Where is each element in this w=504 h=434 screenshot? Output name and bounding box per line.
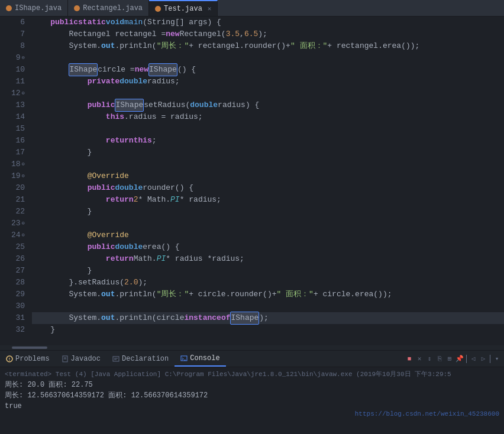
code-line-31: } (32, 324, 504, 336)
ln-19: 19⊖ (0, 170, 25, 182)
ln-23: 23⊖ (0, 218, 25, 229)
ln-18: 18⊖ (0, 158, 25, 170)
code-area[interactable]: public static void main(String[] args) {… (30, 17, 504, 345)
ln-11: 11 (0, 76, 25, 88)
console-content: <terminated> Test (4) [Java Application]… (0, 367, 504, 434)
svg-text:!: ! (8, 357, 11, 362)
ln-7: 7 (0, 28, 25, 40)
code-line-23: @Override (32, 229, 504, 241)
code-line-8 (32, 52, 504, 64)
code-line-27: }.setRadius(2.0); (32, 277, 504, 289)
ln-6: 6 (0, 17, 25, 28)
code-line-17 (32, 158, 504, 170)
panel-tab-javadoc-label: Javadoc (71, 355, 101, 363)
ln-10: 10 (0, 64, 25, 76)
console-output-line-1: 周长: 20.0 面积: 22.75 (5, 380, 499, 390)
ln-27: 27 (0, 265, 25, 277)
java-icon-3 (155, 6, 161, 12)
clear-button[interactable]: ✕ (415, 354, 424, 364)
code-line-14 (32, 123, 504, 135)
panel-tab-console[interactable]: Console (175, 351, 225, 367)
code-line-15: return this; (32, 135, 504, 147)
arrow-left-button[interactable]: ◁ (469, 354, 478, 364)
code-line-19: public double rounder() { (32, 182, 504, 194)
fold-12[interactable]: ⊖ (22, 88, 25, 99)
console-output-line-2: 周长: 12.566370614359172 面积: 12.5663706143… (5, 390, 499, 401)
terminate-button[interactable]: ■ (405, 354, 414, 364)
bottom-panel: ! Problems Javadoc Declaration (0, 350, 504, 434)
tab-label-ishape: IShape.java (15, 4, 62, 12)
code-line-25: return Math.PI * radius *radius; (32, 253, 504, 265)
ln-29: 29 (0, 289, 25, 300)
code-line-30: System.out.println(circle instanceof ISh… (32, 312, 504, 324)
panel-toolbar: ■ ✕ ⇕ ⎘ ⊞ 📌 ◁ ▷ ▾ (405, 354, 504, 364)
ln-14: 14 (0, 111, 25, 123)
ln-12: 12⊖ (0, 88, 25, 99)
fold-9[interactable]: ⊖ (22, 52, 25, 64)
code-line-32 (32, 336, 504, 345)
tab-rectangel[interactable]: Rectangel.java (68, 0, 149, 16)
fold-19[interactable]: ⊖ (22, 170, 25, 182)
tab-test[interactable]: Test.java ✕ (149, 0, 218, 16)
ln-15: 15 (0, 123, 25, 135)
fold-23[interactable]: ⊖ (22, 218, 25, 229)
scroll-lock-button[interactable]: ⇕ (425, 354, 434, 364)
code-line-9: IShape circle = new IShape() { (32, 64, 504, 76)
ln-32: 32 (0, 324, 25, 336)
watermark: https://blog.csdn.net/weixin_45238600 (355, 410, 499, 417)
code-line-18: @Override (32, 170, 504, 182)
ln-30: 30 (0, 300, 25, 312)
panel-tab-declaration[interactable]: Declaration (106, 351, 175, 367)
console-header: <terminated> Test (4) [Java Application]… (5, 370, 499, 378)
toolbar-separator-2 (490, 355, 490, 363)
code-line-28: System.out.println("周长：" + circle.rounde… (32, 289, 504, 300)
code-line-10: private double radius; (32, 76, 504, 88)
ln-24: 24⊖ (0, 229, 25, 241)
ln-9: 9⊖ (0, 52, 25, 64)
code-line-26: } (32, 265, 504, 277)
arrow-right-button[interactable]: ▷ (479, 354, 488, 364)
more-button[interactable]: ▾ (492, 354, 502, 364)
tab-ishape[interactable]: IShape.java (0, 0, 68, 16)
ln-8: 8 (0, 40, 25, 52)
code-line-7b: System.out.println("周长：" + rectangel.rou… (32, 40, 504, 52)
code-line-11 (32, 88, 504, 99)
ln-31: 31 (0, 312, 25, 324)
doc-icon (62, 355, 69, 362)
panel-tab-bar: ! Problems Javadoc Declaration (0, 351, 504, 367)
code-line-12: public IShape setRadius(double radius) { (32, 99, 504, 111)
ln-22: 22 (0, 206, 25, 218)
panel-tab-declaration-label: Declaration (122, 355, 169, 363)
tab-bar: IShape.java Rectangel.java Test.java ✕ (0, 0, 504, 17)
code-line-20: return 2 * Math.PI * radius; (32, 194, 504, 206)
scroll-thumb[interactable] (12, 346, 47, 349)
panel-tab-console-label: Console (190, 354, 219, 362)
panel-tabs-group: ! Problems Javadoc Declaration (0, 351, 405, 367)
warning-icon: ! (6, 355, 13, 362)
pin-button[interactable]: 📌 (455, 354, 464, 364)
code-line-7: Rectangel rectangel = new Rectangel(3.5,… (32, 28, 504, 40)
code-line-16: } (32, 147, 504, 158)
code-line-22 (32, 218, 504, 229)
horizontal-scrollbar[interactable] (0, 345, 504, 350)
ln-25: 25 (0, 241, 25, 253)
toolbar-separator (466, 355, 467, 363)
line-numbers: 6 7 8 9⊖ 10 11 12⊖ 13 14 15 16 17 18⊖ 19… (0, 17, 30, 345)
ln-16: 16 (0, 135, 25, 147)
copy-button[interactable]: ⎘ (435, 354, 444, 364)
tab-label-test: Test.java (164, 5, 202, 13)
ln-20: 20 (0, 182, 25, 194)
panel-tab-problems[interactable]: ! Problems (0, 351, 56, 367)
panel-tab-javadoc[interactable]: Javadoc (56, 351, 106, 367)
close-icon[interactable]: ✕ (208, 5, 212, 12)
fold-24[interactable]: ⊖ (22, 229, 25, 241)
fold-18[interactable]: ⊖ (22, 158, 25, 170)
code-line-29 (32, 300, 504, 312)
java-icon-1 (6, 5, 12, 11)
tab-label-rectangel: Rectangel.java (83, 4, 143, 12)
ln-26: 26 (0, 253, 25, 265)
java-icon-2 (74, 5, 80, 11)
editor: 6 7 8 9⊖ 10 11 12⊖ 13 14 15 16 17 18⊖ 19… (0, 17, 504, 345)
paste-button[interactable]: ⊞ (445, 354, 454, 364)
code-line-13: this.radius = radius; (32, 111, 504, 123)
